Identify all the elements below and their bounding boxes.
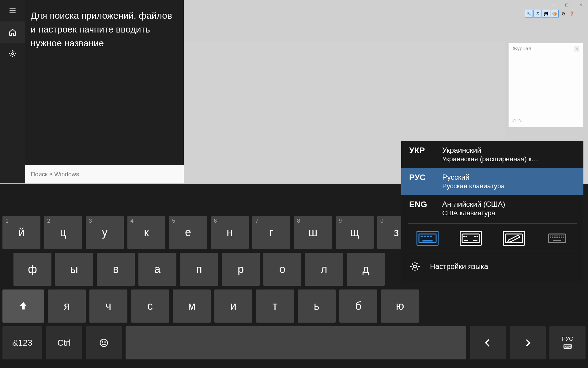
undo-icon[interactable]: ↶ xyxy=(512,118,516,125)
start-search-box[interactable] xyxy=(25,165,184,183)
key-letter[interactable]: ч xyxy=(89,289,127,323)
key-letter[interactable]: 9щ xyxy=(336,216,374,249)
key-letter[interactable]: в xyxy=(97,253,135,286)
key-space[interactable] xyxy=(126,326,466,359)
key-letter[interactable]: с xyxy=(131,289,169,323)
kb-mode-standard-icon[interactable] xyxy=(417,231,439,246)
tool-clock-icon[interactable]: ⏱ xyxy=(533,10,541,18)
lang-code: ENG xyxy=(409,200,433,217)
key-letter[interactable]: я xyxy=(48,289,86,323)
key-letter[interactable]: р xyxy=(222,253,260,286)
key-letter[interactable]: м xyxy=(173,289,211,323)
minimize-button[interactable]: — xyxy=(546,0,560,9)
key-letter[interactable]: 8ш xyxy=(294,216,332,249)
redo-icon[interactable]: ↷ xyxy=(518,118,522,125)
key-symbols[interactable]: &123 xyxy=(2,326,42,359)
svg-rect-10 xyxy=(474,236,476,237)
key-arrow-right[interactable] xyxy=(510,326,546,359)
lang-name: Английский (США) xyxy=(442,200,505,209)
key-letter[interactable]: а xyxy=(138,253,176,286)
svg-rect-11 xyxy=(477,236,478,237)
svg-point-31 xyxy=(413,265,417,268)
lang-option-ukr[interactable]: УКР Украинский Украинская (расширенная) … xyxy=(401,141,583,168)
chevron-right-icon xyxy=(523,338,533,348)
key-arrow-left[interactable] xyxy=(470,326,506,359)
kb-mode-split-icon[interactable] xyxy=(460,231,482,246)
tool-images-icon[interactable]: 🖼 xyxy=(542,10,550,18)
close-button[interactable]: ✕ xyxy=(574,0,588,9)
key-letter[interactable]: о xyxy=(263,253,301,286)
history-close-icon[interactable]: ✕ xyxy=(574,46,579,52)
maximize-button[interactable]: ◻ xyxy=(560,0,574,9)
lang-code: РУС xyxy=(409,173,433,190)
lang-option-eng[interactable]: ENG Английский (США) США клавиатура xyxy=(401,195,583,222)
svg-rect-19 xyxy=(556,236,558,236)
key-letter[interactable]: 2ц xyxy=(44,216,82,249)
smiley-icon xyxy=(99,338,109,348)
tool-help-icon[interactable]: ❓ xyxy=(568,10,576,18)
start-sidebar xyxy=(0,0,25,183)
svg-rect-5 xyxy=(430,236,432,237)
key-emoji[interactable] xyxy=(86,326,122,359)
svg-rect-6 xyxy=(423,240,432,241)
lang-sub: Русская клавиатура xyxy=(442,182,505,190)
search-input[interactable] xyxy=(31,171,178,178)
key-letter[interactable]: ю xyxy=(381,289,419,323)
lang-sub: Украинская (расширенная) к… xyxy=(442,155,538,163)
key-letter[interactable]: 5е xyxy=(169,216,207,249)
key-letter[interactable]: ь xyxy=(298,289,336,323)
svg-rect-17 xyxy=(552,236,553,236)
svg-rect-25 xyxy=(554,237,556,238)
key-ctrl[interactable]: Ctrl xyxy=(46,326,82,359)
svg-rect-9 xyxy=(466,236,467,237)
svg-rect-26 xyxy=(556,237,558,238)
key-language-switch[interactable]: РУС ⌨ xyxy=(549,326,586,359)
gear-icon xyxy=(409,261,421,272)
key-letter[interactable]: ы xyxy=(55,253,93,286)
settings-button[interactable] xyxy=(0,43,25,64)
key-letter[interactable]: б xyxy=(339,289,377,323)
key-letter[interactable]: 1й xyxy=(2,216,40,249)
tool-colors-icon[interactable]: 🎨 xyxy=(551,10,559,18)
key-letter[interactable]: д xyxy=(347,253,385,286)
svg-rect-20 xyxy=(559,236,560,236)
lang-name: Русский xyxy=(442,173,505,182)
svg-rect-4 xyxy=(427,236,429,237)
key-row-3: я ч с м и т ь б ю xyxy=(2,289,586,323)
key-letter[interactable]: ф xyxy=(13,253,51,286)
key-letter[interactable]: л xyxy=(305,253,343,286)
tool-settings-icon[interactable]: ⚙ xyxy=(559,10,567,18)
key-letter[interactable]: п xyxy=(180,253,218,286)
key-letter[interactable]: 6н xyxy=(211,216,249,249)
kb-mode-full-icon[interactable] xyxy=(546,231,568,246)
language-settings-button[interactable]: Настройки языка xyxy=(401,255,583,280)
svg-rect-22 xyxy=(563,236,564,236)
svg-point-34 xyxy=(104,342,105,343)
chevron-left-icon xyxy=(483,338,493,348)
key-letter[interactable]: и xyxy=(214,289,252,323)
hamburger-button[interactable] xyxy=(0,0,25,21)
language-menu: УКР Украинский Украинская (расширенная) … xyxy=(401,141,583,281)
key-row-4: &123 Ctrl РУС ⌨ xyxy=(2,326,586,359)
svg-rect-23 xyxy=(550,237,551,238)
lang-short-label: РУС xyxy=(562,336,573,342)
svg-point-32 xyxy=(100,339,107,347)
app-toolbar: 🔧 ⏱ 🖼 🎨 ⚙ ❓ xyxy=(525,10,576,18)
svg-rect-29 xyxy=(563,237,564,238)
key-letter[interactable]: 7г xyxy=(252,216,290,249)
svg-rect-3 xyxy=(424,236,426,237)
keyboard-icon: ⌨ xyxy=(563,343,572,350)
tool-wrench-icon[interactable]: 🔧 xyxy=(525,10,533,18)
start-main: Для поиска приложений, файлов и настроек… xyxy=(25,0,184,183)
key-letter[interactable]: 3у xyxy=(86,216,124,249)
svg-rect-21 xyxy=(561,236,562,236)
key-letter[interactable]: т xyxy=(256,289,294,323)
svg-rect-28 xyxy=(561,237,562,238)
svg-rect-27 xyxy=(559,237,560,238)
home-button[interactable] xyxy=(0,21,25,43)
keyboard-mode-row xyxy=(401,225,583,252)
lang-option-rus[interactable]: РУС Русский Русская клавиатура xyxy=(401,168,583,195)
key-shift[interactable] xyxy=(2,289,44,323)
kb-mode-handwriting-icon[interactable] xyxy=(503,231,525,246)
key-letter[interactable]: 4к xyxy=(127,216,165,249)
